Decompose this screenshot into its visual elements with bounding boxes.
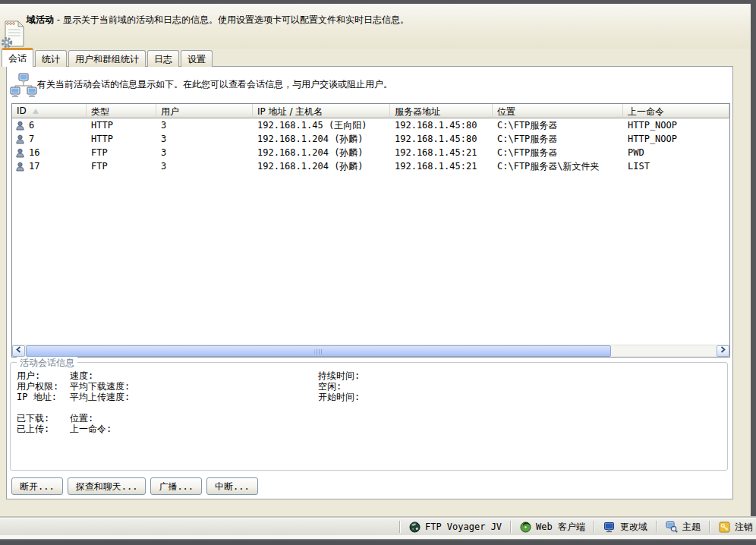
label-start-time: 开始时间: (318, 391, 360, 404)
domain-icon (603, 521, 616, 533)
swirl-icon (520, 521, 531, 533)
statusbar-divider (656, 521, 657, 533)
column-header-last-command[interactable]: 上一命令 (623, 104, 729, 118)
label-ip-address: IP 地址: (17, 391, 57, 404)
sessions-intro-text: 有关当前活动会话的信息显示如下。在此您可以查看会话信息，与用户交谈或阻止用户。 (37, 78, 705, 91)
table-row[interactable]: 17 FTP 3 192.168.1.204 (孙麟) 192.168.1.45… (12, 159, 729, 173)
user-session-icon (16, 148, 24, 158)
table-header-row: ID 类型 用户 IP 地址 / 主机名 服务器地址 位置 上一命令 (12, 104, 729, 118)
sessions-table: ID 类型 用户 IP 地址 / 主机名 服务器地址 位置 上一命令 6 HTT… (11, 103, 730, 358)
statusbar-item-web-client[interactable]: Web 客户端 (512, 518, 593, 535)
title-dash: - (57, 14, 60, 25)
logout-icon (719, 521, 730, 533)
disconnect-button[interactable]: 断开... (11, 477, 63, 495)
window-right-edge (751, 4, 756, 518)
statusbar-item-change-domain[interactable]: 更改域 (596, 518, 655, 535)
status-bar: FTP Voyager JV Web 客户端 更改域 主题 (0, 518, 756, 535)
tab-sessions[interactable]: 会话 (2, 48, 33, 67)
domain-activity-icon (2, 19, 26, 52)
tab-bar: 会话 统计 用户和群组统计 日志 设置 (2, 48, 214, 67)
active-session-info-groupbox: 活动会话信息 用户: 速度: 持续时间: 用户权限: 平均下载速度: 空闲: I… (10, 362, 728, 471)
window-bottom-edge (0, 539, 756, 545)
broadcast-button[interactable]: 广播... (150, 477, 202, 495)
statusbar-item-ftp-voyager[interactable]: FTP Voyager JV (402, 518, 509, 535)
groupbox-title: 活动会话信息 (17, 357, 77, 370)
statusbar-divider (594, 521, 595, 533)
statusbar-divider (709, 521, 710, 533)
globe-icon (409, 521, 421, 533)
tab-log[interactable]: 日志 (147, 50, 179, 67)
column-header-type[interactable]: 类型 (87, 104, 156, 118)
tab-statistics[interactable]: 统计 (35, 50, 67, 67)
sort-ascending-icon (33, 109, 39, 114)
page-title: 域活动 (27, 14, 54, 25)
action-button-row: 断开... 探查和聊天... 广播... 中断... (11, 477, 258, 495)
user-session-icon (16, 162, 24, 172)
page-description: 显示关于当前域的活动和日志的信息。使用设置选项卡可以配置文件和实时日志信息。 (63, 14, 409, 25)
chevron-right-icon (720, 346, 726, 353)
statusbar-item-logout[interactable]: 注销 (711, 518, 756, 535)
theme-icon (666, 521, 678, 533)
table-row[interactable]: 7 HTTP 3 192.168.1.204 (孙麟) 192.168.1.45… (12, 132, 729, 146)
column-header-ip-hostname[interactable]: IP 地址 / 主机名 (253, 104, 390, 118)
network-sessions-icon (10, 73, 37, 102)
column-header-id[interactable]: ID (12, 104, 87, 118)
statusbar-divider (510, 521, 512, 533)
label-avg-upload: 平均上传速度: (70, 391, 130, 404)
column-header-location[interactable]: 位置 (493, 104, 623, 118)
user-session-icon (16, 121, 24, 131)
table-row[interactable]: 16 FTP 3 192.168.1.204 (孙麟) 192.168.1.45… (12, 146, 729, 159)
label-uploaded: 已上传: (17, 423, 49, 436)
scrollbar-thumb[interactable] (26, 345, 611, 357)
sessions-panel: 有关当前活动会话的信息显示如下。在此您可以查看会话信息，与用户交谈或阻止用户。 … (6, 66, 733, 499)
tab-user-group-stats[interactable]: 用户和群组统计 (68, 50, 146, 67)
scroll-right-button[interactable] (717, 345, 729, 357)
user-session-icon (16, 134, 24, 144)
scroll-left-button[interactable] (12, 345, 25, 357)
table-row[interactable]: 6 HTTP 3 192.168.1.45 (王向阳) 192.168.1.45… (12, 118, 729, 132)
horizontal-scrollbar[interactable] (12, 345, 729, 357)
tab-settings[interactable]: 设置 (181, 50, 213, 67)
chevron-left-icon (16, 346, 21, 353)
statusbar-divider (399, 521, 401, 533)
label-last-command: 上一命令: (70, 423, 112, 436)
column-header-server-address[interactable]: 服务器地址 (390, 104, 493, 118)
abort-button[interactable]: 中断... (206, 477, 258, 495)
column-header-user[interactable]: 用户 (156, 104, 253, 118)
page-header: 域活动 - 显示关于当前域的活动和日志的信息。使用设置选项卡可以配置文件和实时日… (0, 4, 751, 49)
spy-and-chat-button[interactable]: 探查和聊天... (68, 477, 146, 495)
statusbar-item-theme[interactable]: 主题 (658, 518, 708, 535)
